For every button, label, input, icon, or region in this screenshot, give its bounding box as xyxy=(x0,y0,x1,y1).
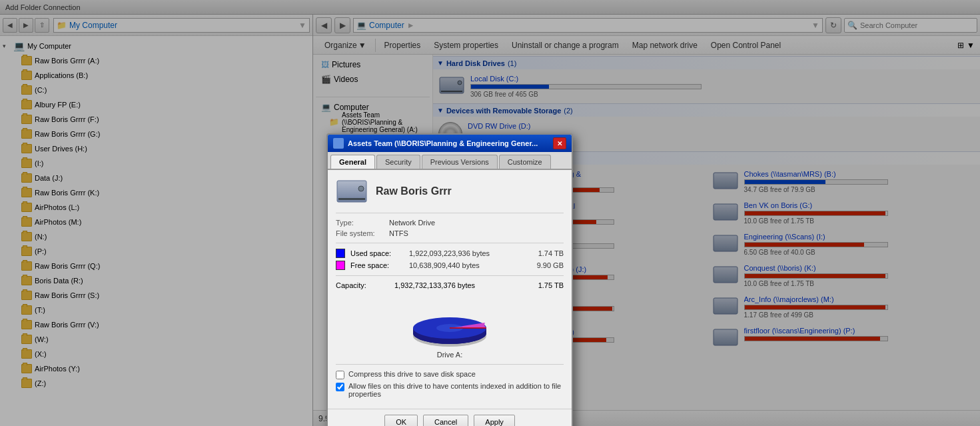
index-label: Allow files on this drive to have conten… xyxy=(348,382,564,398)
modal-body: Raw Boris Grrr Type: Network Drive File … xyxy=(328,170,572,409)
used-space-bytes: 1,922,093,223,936 bytes xyxy=(409,249,490,257)
apply-button[interactable]: Apply xyxy=(474,415,515,426)
index-checkbox-row: Allow files on this drive to have conten… xyxy=(336,382,564,398)
modal-sep-2 xyxy=(336,243,564,243)
tab-general[interactable]: General xyxy=(330,155,375,169)
modal-fs-row: File system: NTFS xyxy=(336,229,564,237)
modal-type-row: Type: Network Drive xyxy=(336,219,564,227)
tab-previous-versions[interactable]: Previous Versions xyxy=(422,155,498,169)
modal-sep-3 xyxy=(336,275,564,276)
free-space-size: 9.90 GB xyxy=(537,261,564,269)
svg-rect-16 xyxy=(338,198,365,200)
modal-close-button[interactable]: ✕ xyxy=(553,137,566,149)
tab-customize[interactable]: Customize xyxy=(499,155,551,169)
modal-type-label: Type: xyxy=(336,219,389,227)
pie-chart xyxy=(406,295,493,348)
modal-used-space-row: Used space: 1,922,093,223,936 bytes 1.74… xyxy=(336,249,564,258)
modal-tabs: General Security Previous Versions Custo… xyxy=(328,152,572,170)
capacity-size: 1.75 TB xyxy=(538,281,564,289)
free-space-label: Free space: xyxy=(350,261,404,269)
modal-type-value: Network Drive xyxy=(389,219,564,227)
modal-title-icon xyxy=(333,138,344,149)
compress-checkbox-row: Compress this drive to save disk space xyxy=(336,370,564,379)
modal-drive-name: Raw Boris Grrr xyxy=(376,185,452,197)
used-space-label: Used space: xyxy=(350,249,404,257)
capacity-label: Capacity: xyxy=(336,281,389,289)
modal-footer: OK Cancel Apply xyxy=(328,409,572,426)
index-checkbox[interactable] xyxy=(336,383,344,391)
modal-free-space-row: Free space: 10,638,909,440 bytes 9.90 GB xyxy=(336,261,564,270)
modal-fs-label: File system: xyxy=(336,229,389,237)
pie-label: Drive A: xyxy=(437,351,463,359)
cancel-button[interactable]: Cancel xyxy=(423,415,468,426)
compress-checkbox[interactable] xyxy=(336,371,344,379)
ok-button[interactable]: OK xyxy=(384,415,418,426)
modal-dialog: Assets Team (\\BORIS\Planning & Engineer… xyxy=(326,133,573,426)
free-color-box xyxy=(336,261,345,270)
modal-drive-icon xyxy=(336,178,368,205)
modal-drive-info-row: Raw Boris Grrr xyxy=(336,178,564,205)
compress-label: Compress this drive to save disk space xyxy=(348,370,564,378)
used-space-size: 1.74 TB xyxy=(538,249,564,257)
modal-title-bar: Assets Team (\\BORIS\Planning & Engineer… xyxy=(328,135,572,152)
modal-overlay: Assets Team (\\BORIS\Planning & Engineer… xyxy=(0,0,980,426)
modal-title-text: Assets Team (\\BORIS\Planning & Engineer… xyxy=(348,139,553,147)
free-space-bytes: 10,638,909,440 bytes xyxy=(409,261,480,269)
modal-sep-1 xyxy=(336,213,564,213)
pie-chart-container: Drive A: xyxy=(336,295,564,359)
modal-sep-4 xyxy=(336,364,564,365)
modal-fs-value: NTFS xyxy=(389,229,564,237)
capacity-bytes: 1,932,732,133,376 bytes xyxy=(394,281,475,289)
tab-security[interactable]: Security xyxy=(376,155,420,169)
used-color-box xyxy=(336,249,345,258)
svg-point-17 xyxy=(358,186,364,191)
modal-capacity-row: Capacity: 1,932,732,133,376 bytes 1.75 T… xyxy=(336,281,564,289)
